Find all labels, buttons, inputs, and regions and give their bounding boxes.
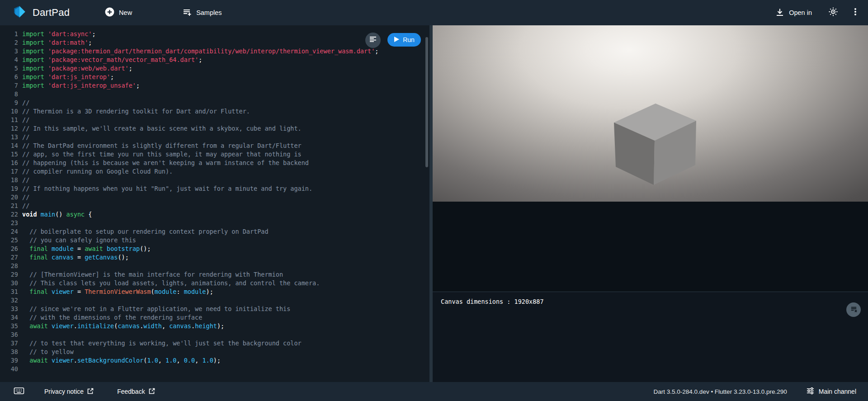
clear-console-button[interactable] [846,302,861,317]
code-text: // boilerplate to setup our rendering co… [22,227,269,236]
code-line: 28 [0,262,429,270]
code-line: 6import 'dart:js_interop'; [0,73,429,81]
code-text: import 'dart:async'; [22,30,96,38]
play-icon [394,36,399,43]
feedback-link[interactable]: Feedback [117,388,155,396]
top-bar: DartPad New Samples Op [0,0,868,25]
code-line: 30 // This class lets you load assets, l… [0,279,429,288]
code-text: await viewer.initialize(canvas.width, ca… [22,322,224,330]
code-line: 35 await viewer.initialize(canvas.width,… [0,322,429,330]
line-number: 22 [0,210,18,219]
privacy-notice-link[interactable]: Privacy notice [44,388,94,396]
code-line: 22void main() async { [0,210,429,219]
line-number: 4 [0,56,18,64]
line-number: 27 [0,253,18,262]
line-number: 34 [0,313,18,322]
open-in-label: Open in [789,9,812,16]
line-number: 2 [0,38,18,47]
line-number: 14 [0,142,18,150]
line-number: 36 [0,330,18,339]
code-line: 40 [0,365,429,373]
code-text: // [ThermionViewer] is the main interfac… [22,270,283,279]
line-number: 18 [0,176,18,184]
editor-pane: 1import 'dart:async';2import 'dart:math'… [0,25,429,382]
line-number: 35 [0,322,18,330]
code-line: 25 // you can safely ignore this [0,236,429,245]
line-number: 16 [0,159,18,167]
code-text: import 'package:vector_math/vector_math_… [22,56,202,64]
new-button[interactable]: New [105,7,132,18]
run-button[interactable]: Run [387,33,421,47]
dartpad-logo-icon [13,5,26,20]
code-line: 18// [0,176,429,184]
code-text: // happening (this is because we aren't … [22,159,309,167]
code-text: import 'dart:math'; [22,38,92,47]
external-link-icon [149,388,155,396]
keyboard-shortcuts-button[interactable] [14,386,24,397]
line-number: 31 [0,288,18,296]
pane-splitter[interactable] [429,25,433,382]
line-number: 12 [0,124,18,133]
tune-icon [806,387,815,396]
code-line: 17// compiler running on Google Cloud Ru… [0,167,429,176]
line-number: 17 [0,167,18,176]
code-text: // This class lets you load assets, ligh… [22,279,320,288]
line-number: 21 [0,202,18,210]
code-text: // you can safely ignore this [22,236,136,245]
code-text: final canvas = getCanvas(); [22,253,129,262]
code-text: // [22,202,29,210]
render-viewport[interactable] [433,25,868,202]
code-line: 19// If nothing happens when you hit "Ru… [0,184,429,193]
code-line: 38 // to yellow [0,348,429,356]
code-line: 4import 'package:vector_math/vector_math… [0,56,429,64]
brightness-toggle-button[interactable] [828,7,838,19]
code-text: final module = await bootstrap(); [22,245,151,253]
version-text: Dart 3.5.0-284.0.dev • Flutter 3.23.0-13… [654,388,787,395]
line-number: 7 [0,81,18,90]
top-bar-right: Open in [775,7,860,19]
download-icon [775,8,784,18]
code-text: // [22,116,29,124]
code-line: 13// [0,133,429,142]
line-number: 13 [0,133,18,142]
code-text: // since we're not in a Flutter applicat… [22,305,290,313]
code-line: 33 // since we're not in a Flutter appli… [0,305,429,313]
line-number: 40 [0,365,18,373]
code-text: // Thermion is a 3D rendering toolkit fo… [22,107,250,116]
code-line: 32 [0,296,429,305]
code-line: 5import 'package:web/web.dart'; [0,64,429,73]
code-text: // [22,133,29,142]
line-number: 11 [0,116,18,124]
code-text: // app, so the first time you run this s… [22,150,302,159]
code-editor[interactable]: 1import 'dart:async';2import 'dart:math'… [0,25,429,382]
line-number: 23 [0,219,18,227]
code-line: 26 final module = await bootstrap(); [0,245,429,253]
console-panel: Canvas dimensions : 868x401 [433,292,868,382]
channel-selector-button[interactable]: Main channel [806,387,856,396]
line-number: 9 [0,99,18,107]
overflow-dots-icon [851,7,860,18]
privacy-notice-label: Privacy notice [44,388,84,395]
samples-button[interactable]: Samples [183,8,222,18]
feedback-label: Feedback [117,388,145,395]
code-text: // If nothing happens when you hit "Run"… [22,184,312,193]
line-number: 10 [0,107,18,116]
code-text: import 'dart:js_interop'; [22,73,114,81]
line-number: 24 [0,227,18,236]
open-in-button[interactable]: Open in [775,8,812,18]
editor-scrollbar-thumb[interactable] [425,37,428,167]
format-button[interactable] [365,33,381,48]
code-line: 27 final canvas = getCanvas(); [0,253,429,262]
bottom-bar: Privacy notice Feedback Dart 3.5.0-284.0… [0,382,868,401]
line-number: 8 [0,90,18,99]
keyboard-icon [14,386,24,397]
code-text: // compiler running on Google Cloud Run)… [22,167,173,176]
code-line: 12// In this sample, we'll create a basi… [0,124,429,133]
code-line: 36 [0,330,429,339]
line-number: 33 [0,305,18,313]
overflow-menu-button[interactable] [851,7,860,18]
code-text: // to yellow [22,348,74,356]
code-line: 37 // to test that everything is working… [0,339,429,348]
output-panel: Canvas dimensions : 868x401 [433,25,868,382]
code-text: // [22,176,29,184]
